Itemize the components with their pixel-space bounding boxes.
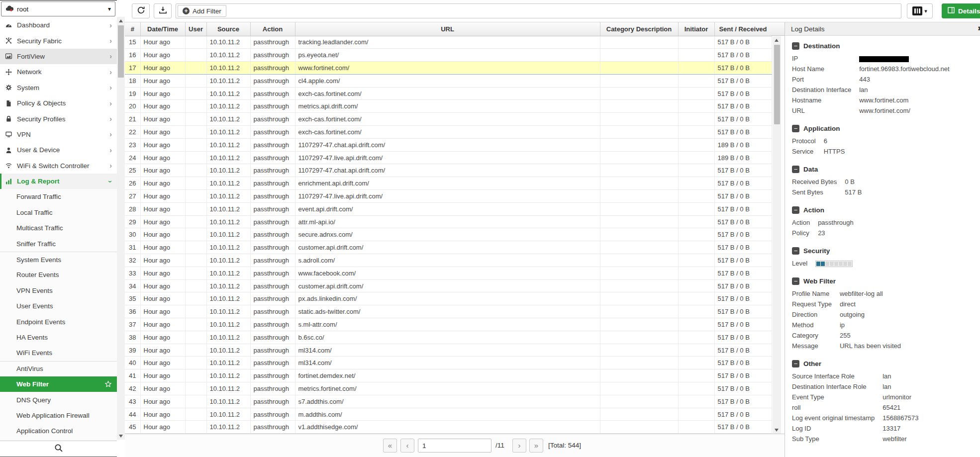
section-application: −ApplicationProtocol6ServiceHTTPS bbox=[792, 123, 980, 157]
sidebar-item-security-fabric[interactable]: Security Fabric› bbox=[0, 33, 117, 48]
sidebar-item-endpoint-events[interactable]: Endpoint Events bbox=[0, 314, 117, 329]
sidebar-scrollbar[interactable] bbox=[117, 17, 125, 440]
table-row[interactable]: 39Hour ago10.10.11.2passthroughml314.com… bbox=[125, 344, 772, 357]
collapse-icon[interactable]: − bbox=[792, 166, 799, 173]
table-row[interactable]: 20Hour ago10.10.11.2passthroughmetrics.a… bbox=[125, 100, 772, 113]
table-row[interactable]: 21Hour ago10.10.11.2passthroughexch-cas.… bbox=[125, 113, 772, 126]
table-row[interactable]: 16Hour ago10.10.11.2passthroughps.eyeota… bbox=[125, 49, 772, 62]
sidebar-item-user-events[interactable]: User Events bbox=[0, 298, 117, 314]
column-header-action[interactable]: Action bbox=[250, 22, 295, 36]
sidebar-item-forward-traffic[interactable]: Forward Traffic bbox=[0, 189, 117, 204]
sidebar-item-multicast-traffic[interactable]: Multicast Traffic bbox=[0, 220, 117, 236]
sidebar-item-vpn[interactable]: VPN› bbox=[0, 127, 117, 142]
table-row-selected[interactable]: 17Hour ago10.10.11.2passthroughwww.forti… bbox=[125, 62, 772, 75]
sidebar-item-router-events[interactable]: Router Events bbox=[0, 267, 117, 282]
sidebar-item-wifi-switch-controller[interactable]: WiFi & Switch Controller› bbox=[0, 158, 117, 174]
detail-label: Direction bbox=[792, 309, 840, 320]
table-row[interactable]: 31Hour ago10.10.11.2passthroughcustomer.… bbox=[125, 241, 772, 254]
table-row[interactable]: 40Hour ago10.10.11.2passthroughml314.com… bbox=[125, 357, 772, 369]
sidebar-item-ha-events[interactable]: HA Events bbox=[0, 330, 117, 345]
vdom-selector[interactable]: root ▾ bbox=[1, 1, 115, 16]
table-row[interactable]: 22Hour ago10.10.11.2passthroughexch-cas.… bbox=[125, 126, 772, 139]
details-button[interactable]: Details bbox=[942, 3, 980, 18]
sidebar-item-web-application-firewall[interactable]: Web Application Firewall bbox=[0, 408, 117, 423]
first-page-button[interactable]: « bbox=[383, 439, 397, 453]
table-row[interactable]: 24Hour ago10.10.11.2passthrough1107297-4… bbox=[125, 151, 772, 164]
column-header-category-description[interactable]: Category Description bbox=[600, 22, 678, 36]
sidebar-item-policy-objects[interactable]: Policy & Objects› bbox=[0, 95, 117, 111]
section-title: Web Filter bbox=[803, 277, 836, 285]
table-row[interactable]: 27Hour ago10.10.11.2passthrough1107297-4… bbox=[125, 190, 772, 203]
table-row[interactable]: 37Hour ago10.10.11.2passthroughs.ml-attr… bbox=[125, 318, 772, 331]
table-row[interactable]: 19Hour ago10.10.11.2passthroughexch-cas.… bbox=[125, 87, 772, 100]
table-row[interactable]: 38Hour ago10.10.11.2passthroughb.6sc.co/… bbox=[125, 331, 772, 344]
column-header-date-time[interactable]: Date/Time bbox=[140, 22, 185, 36]
scroll-thumb[interactable] bbox=[774, 45, 780, 124]
column-header-source[interactable]: Source bbox=[206, 22, 250, 36]
sidebar-item-vpn-events[interactable]: VPN Events bbox=[0, 283, 117, 298]
collapse-icon[interactable]: − bbox=[792, 247, 799, 255]
table-row[interactable]: 25Hour ago10.10.11.2passthrough1107297-4… bbox=[125, 164, 772, 177]
last-page-button[interactable]: » bbox=[529, 439, 543, 453]
collapse-icon[interactable]: − bbox=[792, 360, 799, 367]
sidebar-item-system[interactable]: System› bbox=[0, 80, 117, 95]
table-row[interactable]: 42Hour ago10.10.11.2passthroughmetrics.f… bbox=[125, 382, 772, 395]
sidebar-item-antivirus[interactable]: AntiVirus bbox=[0, 361, 117, 376]
add-filter-button[interactable]: + Add Filter bbox=[178, 5, 226, 17]
scroll-thumb[interactable] bbox=[118, 25, 124, 78]
star-icon[interactable] bbox=[104, 380, 112, 388]
table-row[interactable]: 30Hour ago10.10.11.2passthroughsecure.ad… bbox=[125, 228, 772, 241]
table-scrollbar[interactable] bbox=[773, 36, 781, 434]
collapse-icon[interactable]: − bbox=[792, 125, 799, 132]
sidebar-item-application-control[interactable]: Application Control bbox=[0, 423, 117, 439]
table-row[interactable]: 28Hour ago10.10.11.2passthroughevent.api… bbox=[125, 202, 772, 215]
sidebar-item-dashboard[interactable]: Dashboard› bbox=[0, 17, 117, 33]
sidebar-item-network[interactable]: Network› bbox=[0, 64, 117, 80]
filter-bar[interactable]: + Add Filter bbox=[176, 3, 901, 18]
sidebar-item-sniffer-traffic[interactable]: Sniffer Traffic bbox=[0, 236, 117, 251]
sidebar-item-wifi-events[interactable]: WiFi Events bbox=[0, 345, 117, 361]
sidebar-item-fortiview[interactable]: FortiView› bbox=[0, 49, 117, 64]
table-row[interactable]: 18Hour ago10.10.11.2passthroughcl4.apple… bbox=[125, 74, 772, 87]
page-input[interactable] bbox=[418, 439, 491, 453]
table-row[interactable]: 44Hour ago10.10.11.2passthroughm.addthis… bbox=[125, 408, 772, 421]
table-row[interactable]: 35Hour ago10.10.11.2passthroughpx.ads.li… bbox=[125, 292, 772, 305]
table-row[interactable]: 43Hour ago10.10.11.2passthroughs7.addthi… bbox=[125, 395, 772, 408]
scroll-down-arrow[interactable] bbox=[773, 426, 781, 434]
download-button[interactable] bbox=[154, 3, 172, 18]
table-row[interactable]: 15Hour ago10.10.11.2passthroughtracking.… bbox=[125, 36, 772, 49]
column-header-url[interactable]: URL bbox=[295, 22, 600, 36]
table-row[interactable]: 36Hour ago10.10.11.2passthroughstatic.ad… bbox=[125, 305, 772, 318]
prev-page-button[interactable]: ‹ bbox=[400, 439, 414, 453]
sidebar-item-security-profiles[interactable]: Security Profiles› bbox=[0, 111, 117, 126]
close-icon[interactable]: ✖ bbox=[978, 25, 980, 32]
sidebar-search[interactable] bbox=[0, 441, 117, 457]
table-row[interactable]: 33Hour ago10.10.11.2passthroughwww.faceb… bbox=[125, 267, 772, 279]
table-row[interactable]: 29Hour ago10.10.11.2passthroughattr.ml-a… bbox=[125, 215, 772, 228]
refresh-button[interactable] bbox=[132, 3, 150, 18]
scroll-up-arrow[interactable] bbox=[773, 36, 781, 44]
sidebar-item-user-device[interactable]: User & Device› bbox=[0, 142, 117, 158]
table-row[interactable]: 45Hour ago10.10.11.2passthroughv1.addthi… bbox=[125, 421, 772, 434]
table-row[interactable]: 23Hour ago10.10.11.2passthrough1107297-4… bbox=[125, 138, 772, 151]
collapse-icon[interactable]: − bbox=[792, 206, 799, 214]
collapse-icon[interactable]: − bbox=[792, 42, 799, 50]
sidebar-item-web-filter[interactable]: Web Filter bbox=[0, 376, 117, 392]
column-header-sent-received[interactable]: Sent / Received bbox=[714, 22, 772, 36]
scroll-up-arrow[interactable] bbox=[117, 17, 125, 24]
next-page-button[interactable]: › bbox=[512, 439, 526, 453]
column-header-initiator[interactable]: Initiator bbox=[678, 22, 714, 36]
sidebar-item-local-traffic[interactable]: Local Traffic bbox=[0, 205, 117, 220]
scroll-down-arrow[interactable] bbox=[117, 432, 125, 440]
table-row[interactable]: 32Hour ago10.10.11.2passthroughs.adroll.… bbox=[125, 254, 772, 267]
sidebar-item-dns-query[interactable]: DNS Query bbox=[0, 392, 117, 407]
table-row[interactable]: 26Hour ago10.10.11.2passthroughenrichmen… bbox=[125, 177, 772, 190]
collapse-icon[interactable]: − bbox=[792, 277, 799, 285]
column-header-user[interactable]: User bbox=[185, 22, 206, 36]
table-row[interactable]: 41Hour ago10.10.11.2passthroughfortinet.… bbox=[125, 369, 772, 382]
column-settings-button[interactable]: ▾ bbox=[907, 3, 933, 18]
sidebar-item-system-events[interactable]: System Events bbox=[0, 252, 117, 267]
table-row[interactable]: 34Hour ago10.10.11.2passthroughcustomer.… bbox=[125, 279, 772, 292]
column-header-[interactable]: # bbox=[125, 22, 140, 36]
sidebar-item-log-report[interactable]: Log & Report› bbox=[0, 174, 117, 189]
